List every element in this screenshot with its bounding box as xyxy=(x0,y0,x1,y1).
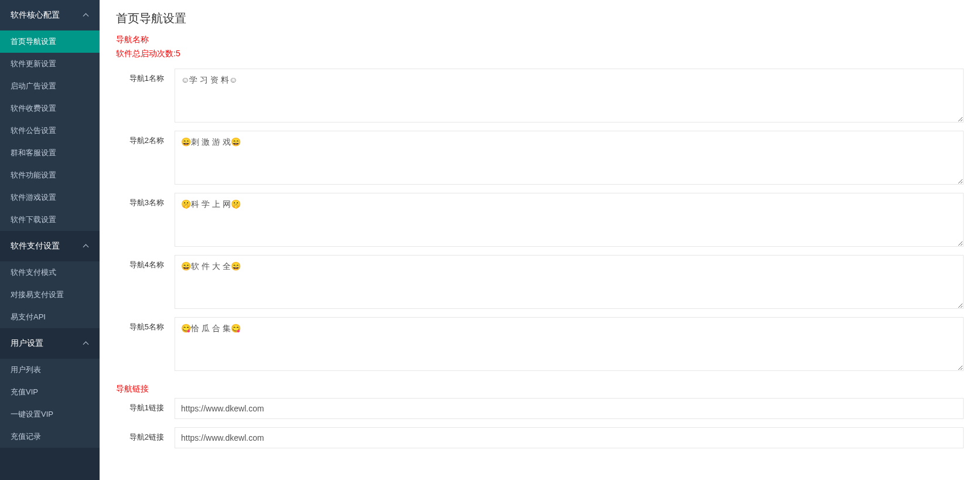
nav2-name-label: 导航2名称 xyxy=(116,131,175,146)
chevron-up-icon xyxy=(83,12,89,18)
main-content: 首页导航设置 导航名称 软件总启动次数:5 导航1名称 导航2名称 导航3名称 … xyxy=(100,0,980,480)
sidebar-item-notice[interactable]: 软件公告设置 xyxy=(0,120,100,142)
form-row-nav1-name: 导航1名称 xyxy=(116,69,964,122)
sidebar-section-payment[interactable]: 软件支付设置 xyxy=(0,231,100,261)
form-row-nav4-name: 导航4名称 xyxy=(116,255,964,309)
sidebar-section-label: 软件核心配置 xyxy=(11,10,60,21)
form-row-nav2-name: 导航2名称 xyxy=(116,131,964,185)
nav3-name-input[interactable] xyxy=(175,193,964,247)
sidebar-item-epay-connect[interactable]: 对接易支付设置 xyxy=(0,284,100,306)
nav-name-section-label: 导航名称 xyxy=(116,35,964,45)
sidebar-item-update[interactable]: 软件更新设置 xyxy=(0,53,100,75)
sidebar-section-user[interactable]: 用户设置 xyxy=(0,328,100,359)
sidebar-section-core[interactable]: 软件核心配置 xyxy=(0,0,100,30)
nav3-name-label: 导航3名称 xyxy=(116,193,175,208)
sidebar-item-recharge-vip[interactable]: 充值VIP xyxy=(0,381,100,403)
nav1-name-input[interactable] xyxy=(175,69,964,122)
form-row-nav2-link: 导航2链接 xyxy=(116,427,964,448)
form-row-nav1-link: 导航1链接 xyxy=(116,398,964,419)
sidebar-section-label: 用户设置 xyxy=(11,338,43,349)
sidebar-item-home-nav[interactable]: 首页导航设置 xyxy=(0,30,100,53)
startup-count-text: 软件总启动次数:5 xyxy=(116,49,964,59)
nav2-link-input[interactable] xyxy=(175,427,964,448)
chevron-up-icon xyxy=(83,341,89,346)
sidebar-item-oneclick-vip[interactable]: 一键设置VIP xyxy=(0,403,100,425)
nav4-name-label: 导航4名称 xyxy=(116,255,175,270)
sidebar-item-epay-api[interactable]: 易支付API xyxy=(0,306,100,328)
nav1-link-label: 导航1链接 xyxy=(116,398,175,413)
nav5-name-input[interactable] xyxy=(175,317,964,371)
nav4-name-input[interactable] xyxy=(175,255,964,309)
sidebar-item-recharge-log[interactable]: 充值记录 xyxy=(0,425,100,448)
nav1-name-label: 导航1名称 xyxy=(116,69,175,84)
nav2-link-label: 导航2链接 xyxy=(116,427,175,442)
nav2-name-input[interactable] xyxy=(175,131,964,185)
nav1-link-input[interactable] xyxy=(175,398,964,419)
sidebar-item-fee[interactable]: 软件收费设置 xyxy=(0,97,100,120)
nav-link-section-label: 导航链接 xyxy=(116,384,964,394)
sidebar-item-startup-ad[interactable]: 启动广告设置 xyxy=(0,75,100,97)
sidebar-item-game[interactable]: 软件游戏设置 xyxy=(0,186,100,209)
sidebar-item-group-service[interactable]: 群和客服设置 xyxy=(0,142,100,164)
page-title: 首页导航设置 xyxy=(116,11,964,26)
sidebar-item-function[interactable]: 软件功能设置 xyxy=(0,164,100,186)
sidebar-item-user-list[interactable]: 用户列表 xyxy=(0,359,100,381)
sidebar-item-payment-mode[interactable]: 软件支付模式 xyxy=(0,261,100,284)
sidebar-section-label: 软件支付设置 xyxy=(11,241,60,251)
sidebar-item-download[interactable]: 软件下载设置 xyxy=(0,209,100,231)
nav5-name-label: 导航5名称 xyxy=(116,317,175,332)
chevron-up-icon xyxy=(83,243,89,249)
form-row-nav5-name: 导航5名称 xyxy=(116,317,964,371)
form-row-nav3-name: 导航3名称 xyxy=(116,193,964,247)
sidebar: 软件核心配置 首页导航设置 软件更新设置 启动广告设置 软件收费设置 软件公告设… xyxy=(0,0,100,480)
